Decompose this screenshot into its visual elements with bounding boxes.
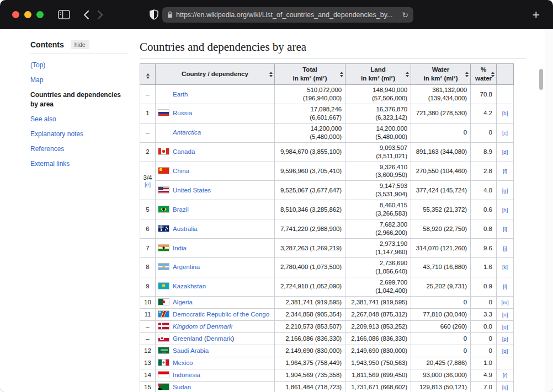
country-link[interactable]: Argentina	[173, 264, 200, 270]
total-area-cell: 8,510,346 (3,285,862)	[275, 200, 345, 219]
note-cell: [n]	[497, 308, 514, 320]
land-column-header[interactable]: Land in km² (mi²)	[345, 64, 411, 85]
country-cell: Sudan	[156, 381, 275, 392]
country-link[interactable]: Saudi Arabia	[173, 347, 209, 354]
country-link[interactable]: Indonesia	[173, 372, 200, 378]
country-column-header[interactable]: Country / dependency	[156, 64, 275, 85]
footnote-link[interactable]: [c]	[502, 130, 508, 136]
table-row: 9Kazakhstan2,724,910 (1,052,090)2,699,70…	[140, 277, 514, 296]
footnote-link[interactable]: [q]	[502, 348, 508, 354]
footnote-link[interactable]: [n]	[502, 312, 508, 318]
sidebar-item-top[interactable]: (Top)	[30, 61, 129, 69]
country-link[interactable]: Antarctica	[173, 129, 201, 136]
flag-icon-indonesia	[158, 371, 169, 378]
country-link[interactable]: Kazakhstan	[173, 283, 206, 289]
country-link[interactable]: Democratic Republic of the Congo	[173, 311, 269, 318]
country-link[interactable]: Russia	[173, 110, 192, 116]
percent-water-cell: 0.6	[471, 200, 497, 219]
privacy-shield-button[interactable]	[150, 9, 158, 20]
footnote-link[interactable]: [p]	[502, 336, 508, 342]
sidebar-item-references[interactable]: References	[30, 144, 129, 153]
total-column-header[interactable]: Total in km² (mi²)	[275, 64, 345, 85]
notes-column-header	[497, 64, 514, 85]
country-link[interactable]: Brazil	[173, 206, 189, 213]
sidebar-item-external-links[interactable]: External links	[30, 159, 129, 168]
country-link[interactable]: Algeria	[173, 299, 193, 305]
total-area-cell: 1,904,569 (735,358)	[275, 369, 345, 381]
country-link[interactable]: United States	[173, 187, 211, 194]
note-cell	[497, 357, 514, 369]
country-link[interactable]: Kingdom of Denmark	[173, 323, 232, 330]
flag-spacer	[158, 128, 169, 136]
country-cell: Canada	[156, 142, 275, 162]
zoom-window-button[interactable]	[36, 11, 44, 18]
percent-water-cell: 7.0	[471, 381, 497, 392]
land-area-cell: 16,376,870 (6,323,142)	[345, 104, 411, 123]
land-area-cell: 1,731,671 (668,602)	[345, 381, 411, 392]
new-tab-button[interactable]: +	[533, 8, 540, 21]
sidebar-item-map[interactable]: Map	[30, 76, 129, 84]
water-area-cell: 660 (260)	[411, 320, 471, 332]
country-link[interactable]: Sudan	[173, 384, 191, 390]
note-cell: [p]	[497, 332, 514, 345]
footnote-link[interactable]: [i]	[503, 226, 507, 232]
sidebar-item-see-also[interactable]: See also	[30, 115, 129, 123]
country-cell: Algeria	[156, 296, 275, 308]
water-area-cell: 721,380 (278,530)	[411, 104, 471, 123]
footnote-link[interactable]: [k]	[502, 264, 508, 270]
footnote-link[interactable]: [e]	[141, 182, 154, 188]
close-window-button[interactable]	[12, 11, 19, 18]
note-cell: [o]	[497, 320, 514, 332]
table-row: –Antarctica14,200,000 (5,480,000)14,200,…	[140, 123, 514, 142]
country-link[interactable]: Earth	[173, 91, 188, 98]
flag-icon-saudi-arabia	[158, 347, 169, 354]
contents-header: Contents hide	[30, 40, 129, 54]
minimize-window-button[interactable]	[24, 11, 31, 18]
footnote-link[interactable]: [j]	[503, 245, 507, 251]
footnote-link[interactable]: [l]	[503, 283, 507, 289]
percent-water-cell: 0.8	[471, 219, 497, 239]
percent-water-cell: 0.0	[471, 320, 497, 332]
footnote-link[interactable]: [d]	[502, 149, 508, 155]
country-cell: United States	[156, 181, 275, 200]
footnote-link[interactable]: [h]	[502, 207, 508, 213]
percent-water-cell: 2.8	[471, 162, 497, 181]
footnote-link[interactable]: [m]	[501, 299, 508, 305]
sidebar-item-explanatory-notes[interactable]: Explanatory notes	[30, 130, 129, 138]
contents-heading: Contents	[30, 40, 64, 49]
url-bar[interactable]: https://en.wikipedia.org/wiki/List_of_co…	[162, 7, 413, 23]
percent-water-column-header[interactable]: % water	[471, 64, 497, 85]
country-cell: Saudi Arabia	[156, 345, 275, 357]
footnote-link[interactable]: [f]	[503, 168, 507, 174]
country-link[interactable]: Greenland	[173, 335, 203, 342]
scrollbar-thumb[interactable]	[539, 69, 543, 90]
percent-water-cell: 0	[471, 332, 497, 345]
flag-spacer	[158, 90, 169, 98]
footnote-link[interactable]: [b]	[502, 110, 508, 116]
country-link[interactable]: India	[173, 245, 187, 251]
water-column-header[interactable]: Water in km² (mi²)	[411, 64, 471, 85]
hide-contents-button[interactable]: hide	[71, 40, 89, 49]
country-suffix-link[interactable]: Denmark	[206, 335, 232, 342]
rank-cell: 9	[140, 277, 156, 296]
back-button[interactable]	[83, 10, 89, 20]
country-link[interactable]: Australia	[173, 225, 198, 232]
percent-water-cell: 4.9	[471, 369, 497, 381]
forward-button[interactable]	[97, 10, 103, 20]
country-link[interactable]: Canada	[173, 148, 195, 155]
flag-icon-argentina	[158, 263, 169, 270]
footnote-link[interactable]: [o]	[502, 324, 508, 330]
land-area-cell: 2,381,741 (919,595)	[345, 296, 411, 308]
rank-column-header[interactable]	[140, 64, 156, 85]
rank-cell: 5	[140, 200, 156, 219]
country-link[interactable]: China	[173, 168, 189, 174]
footnote-link[interactable]: [g]	[502, 187, 508, 194]
scrollbar-track	[545, 29, 553, 392]
country-link[interactable]: Mexico	[173, 359, 193, 366]
water-area-cell: 25,202 (9,731)	[411, 277, 471, 296]
sidebar-item-countries-and-dependencies-by-area[interactable]: Countries and dependencies by area	[30, 90, 129, 108]
reload-icon[interactable]: ↻	[402, 11, 408, 19]
footnote-link[interactable]: [r]	[503, 372, 507, 378]
sidebar-toggle-button[interactable]	[58, 10, 70, 19]
footnote-link[interactable]: [q]	[502, 384, 508, 390]
